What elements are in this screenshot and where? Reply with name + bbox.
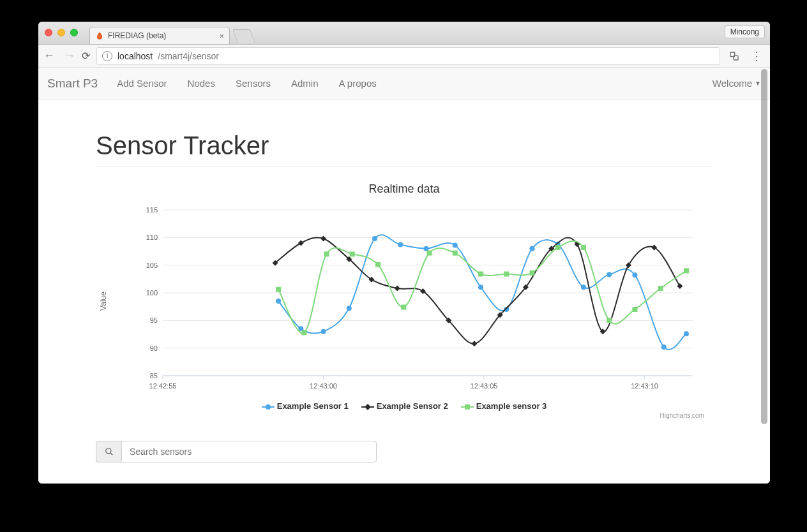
nav-link[interactable]: Sensors <box>228 69 278 98</box>
svg-point-30 <box>398 242 403 248</box>
reload-button[interactable]: ⟳ <box>82 50 90 62</box>
nav-link[interactable]: Nodes <box>180 69 223 98</box>
svg-rect-45 <box>350 251 355 256</box>
svg-point-37 <box>581 284 586 290</box>
svg-rect-54 <box>581 245 586 250</box>
plot-area: 85909510010511011512:42:5512:43:0012:43:… <box>132 203 704 395</box>
search-input[interactable] <box>121 441 377 462</box>
window-controls <box>45 29 78 36</box>
search-icon <box>96 441 121 462</box>
svg-text:12:43:00: 12:43:00 <box>310 382 337 390</box>
svg-text:85: 85 <box>150 372 158 380</box>
svg-text:100: 100 <box>146 289 158 297</box>
svg-point-29 <box>372 236 377 241</box>
svg-point-64 <box>105 448 110 454</box>
svg-rect-57 <box>658 286 663 291</box>
svg-point-32 <box>453 242 458 248</box>
svg-point-27 <box>321 329 326 334</box>
svg-point-60 <box>266 404 271 410</box>
brand[interactable]: Smart P3 <box>47 77 98 91</box>
svg-rect-44 <box>324 251 329 256</box>
svg-rect-51 <box>504 272 509 277</box>
browser-tab[interactable]: FIREDIAG (beta) × <box>89 27 230 44</box>
svg-point-41 <box>684 331 689 336</box>
close-window-button[interactable] <box>45 29 52 36</box>
svg-text:95: 95 <box>150 316 158 324</box>
svg-point-39 <box>632 272 637 277</box>
close-tab-icon[interactable]: × <box>219 31 224 41</box>
nav-link[interactable]: Admin <box>283 69 326 98</box>
svg-text:115: 115 <box>146 206 158 214</box>
url-path: /smart4j/sensor <box>158 51 219 61</box>
search-group <box>96 441 377 462</box>
nav-link[interactable]: Add Sensor <box>109 69 174 98</box>
svg-point-35 <box>529 246 534 251</box>
back-button[interactable]: ← <box>43 49 55 63</box>
tab-title: FIREDIAG (beta) <box>108 31 166 40</box>
chart-credits[interactable]: Highcharts.com <box>104 412 704 419</box>
svg-text:105: 105 <box>146 262 158 269</box>
svg-rect-63 <box>465 404 470 410</box>
svg-point-25 <box>276 299 281 304</box>
chart-container: Realtime data Value 85909510010511011512… <box>104 182 704 419</box>
svg-rect-52 <box>529 270 534 276</box>
page-title: Sensor Tracker <box>96 131 713 167</box>
svg-text:12:43:05: 12:43:05 <box>471 382 498 390</box>
browser-titlebar: FIREDIAG (beta) × Mincong <box>38 22 770 45</box>
app-navbar: Smart P3 Add SensorNodesSensorsAdminA pr… <box>38 68 770 100</box>
svg-rect-48 <box>427 251 432 256</box>
svg-point-28 <box>347 306 352 311</box>
chart-legend: Example Sensor 1Example Sensor 2Example … <box>104 401 704 411</box>
svg-text:110: 110 <box>146 233 158 241</box>
translate-icon[interactable] <box>727 51 742 61</box>
new-tab-button[interactable] <box>232 29 255 43</box>
legend-item[interactable]: Example Sensor 1 <box>262 401 349 411</box>
svg-rect-46 <box>375 262 381 267</box>
chart-title: Realtime data <box>104 182 704 196</box>
profile-badge[interactable]: Mincong <box>725 26 765 38</box>
tab-strip: FIREDIAG (beta) × <box>89 22 253 44</box>
maximize-window-button[interactable] <box>70 29 78 36</box>
nav-arrows: ← → <box>43 49 75 63</box>
svg-text:12:43:10: 12:43:10 <box>631 382 658 390</box>
svg-point-40 <box>661 344 667 350</box>
browser-menu-icon[interactable]: ⋮ <box>748 49 765 63</box>
y-axis-label: Value <box>99 292 108 311</box>
svg-rect-50 <box>478 272 483 277</box>
tab-favicon-icon <box>95 31 104 40</box>
svg-text:12:42:55: 12:42:55 <box>149 382 177 390</box>
minimize-window-button[interactable] <box>57 29 65 36</box>
svg-rect-53 <box>555 245 561 250</box>
browser-window: FIREDIAG (beta) × Mincong ← → ⟳ i localh… <box>38 22 770 484</box>
svg-point-31 <box>423 246 428 251</box>
address-bar[interactable]: i localhost/smart4j/sensor <box>96 47 720 65</box>
url-host: localhost <box>117 51 153 61</box>
page-body: Sensor Tracker Realtime data Value 85909… <box>38 100 770 462</box>
legend-item[interactable]: Example Sensor 2 <box>361 401 448 411</box>
nav-link[interactable]: A propos <box>331 69 384 98</box>
svg-rect-55 <box>607 318 612 323</box>
page-viewport: Smart P3 Add SensorNodesSensorsAdminA pr… <box>38 68 770 484</box>
nav-links: Add SensorNodesSensorsAdminA propos <box>109 69 384 98</box>
svg-point-33 <box>478 284 483 290</box>
svg-rect-56 <box>632 307 637 312</box>
scrollbar[interactable] <box>760 69 769 482</box>
forward-button[interactable]: → <box>64 49 75 63</box>
svg-line-65 <box>110 453 112 455</box>
svg-rect-43 <box>301 330 306 335</box>
site-info-icon[interactable]: i <box>102 51 112 61</box>
chart-svg: 85909510010511011512:42:5512:43:0012:43:… <box>132 203 704 395</box>
legend-item[interactable]: Example sensor 3 <box>461 401 547 411</box>
svg-point-38 <box>607 272 612 277</box>
welcome-label: Welcome <box>713 78 752 89</box>
nav-user-menu[interactable]: Welcome ▼ <box>713 78 761 89</box>
svg-rect-58 <box>684 268 689 273</box>
svg-text:90: 90 <box>150 344 158 352</box>
browser-toolbar: ← → ⟳ i localhost/smart4j/sensor ⋮ <box>38 45 770 68</box>
scrollbar-thumb[interactable] <box>761 69 767 424</box>
svg-rect-42 <box>276 287 281 292</box>
svg-rect-47 <box>401 305 406 310</box>
svg-rect-49 <box>453 251 458 256</box>
